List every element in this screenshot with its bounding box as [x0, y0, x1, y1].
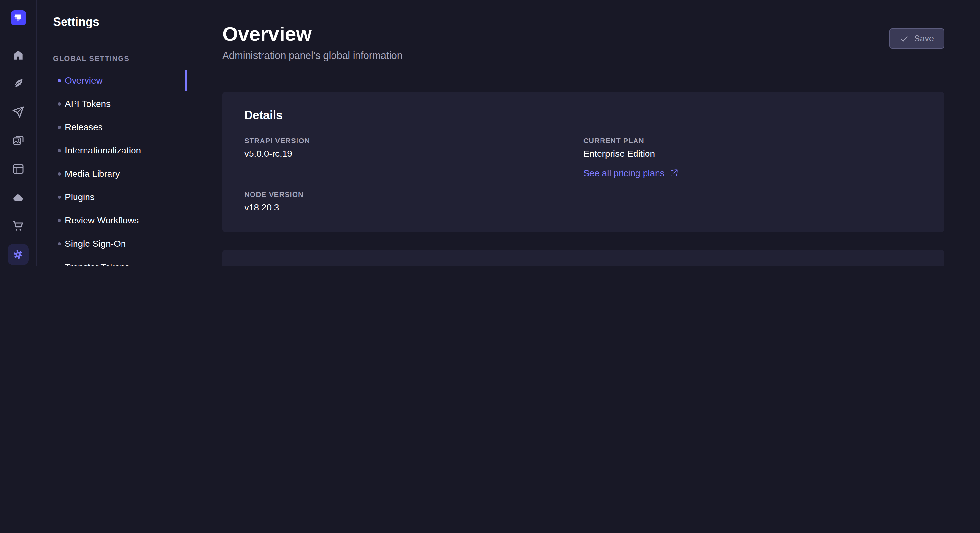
pricing-plans-link[interactable]: See all pricing plans: [583, 168, 679, 178]
external-link-icon: [670, 168, 679, 178]
sidebar-item-transfer-tokens[interactable]: Transfer Tokens: [53, 255, 187, 266]
sidebar-section-header: GLOBAL SETTINGS: [53, 54, 187, 62]
gear-icon: [12, 248, 25, 261]
feather-icon: [12, 77, 25, 90]
layout-nav-button[interactable]: [8, 159, 29, 179]
media-nav-button[interactable]: [8, 130, 29, 151]
field-label: NODE VERSION: [244, 190, 583, 198]
home-nav-button[interactable]: [8, 45, 29, 65]
strapi-logo-icon: [11, 10, 25, 25]
field-label: CURRENT PLAN: [583, 136, 922, 144]
settings-sidebar: Settings GLOBAL SETTINGS Overview API To…: [37, 0, 187, 266]
layout-icon: [12, 163, 25, 176]
rail-nav: [8, 45, 29, 265]
customization-title: Customization: [244, 265, 922, 266]
cloud-icon: [12, 191, 25, 204]
sidebar-item-review-workflows[interactable]: Review Workflows: [53, 209, 187, 232]
settings-nav-button[interactable]: [8, 244, 29, 265]
deploy-nav-button[interactable]: [8, 102, 29, 122]
field-value: v18.20.3: [244, 202, 583, 213]
field-value: v5.0.0-rc.19: [244, 148, 583, 159]
details-title: Details: [244, 109, 922, 122]
home-icon: [12, 49, 25, 62]
media-library-icon: [12, 134, 25, 147]
sidebar-item-media-library[interactable]: Media Library: [53, 162, 187, 185]
current-plan-field: CURRENT PLAN Enterprise Edition See all …: [583, 136, 922, 179]
sidebar-item-single-sign-on[interactable]: Single Sign-On: [53, 232, 187, 255]
nav-rail: KD: [0, 0, 37, 266]
check-icon: [900, 34, 909, 43]
sidebar-section-global: GLOBAL SETTINGS Overview API Tokens Rele…: [53, 54, 187, 266]
field-label: STRAPI VERSION: [244, 136, 583, 144]
details-card: Details STRAPI VERSION v5.0.0-rc.19 CURR…: [222, 92, 944, 232]
customization-card: Customization Max dimension: 750×750, Ma…: [222, 250, 944, 266]
paper-plane-icon: [12, 106, 25, 119]
strapi-logo[interactable]: [11, 10, 25, 25]
save-button[interactable]: Save: [889, 29, 944, 49]
main-content: Overview Administration panel’s global i…: [187, 0, 980, 266]
node-version-field: NODE VERSION v18.20.3: [244, 190, 583, 213]
sidebar-item-overview[interactable]: Overview: [53, 69, 187, 92]
sidebar-item-releases[interactable]: Releases: [53, 115, 187, 139]
field-value: Enterprise Edition: [583, 148, 922, 159]
sidebar-title-rule: [53, 40, 69, 40]
marketplace-nav-button[interactable]: [8, 216, 29, 236]
page-title: Overview: [222, 22, 402, 46]
page-header: Overview Administration panel’s global i…: [187, 0, 980, 62]
sidebar-item-internationalization[interactable]: Internationalization: [53, 139, 187, 162]
cloud-nav-button[interactable]: [8, 187, 29, 208]
cart-icon: [12, 219, 25, 233]
strapi-version-field: STRAPI VERSION v5.0.0-rc.19: [244, 136, 583, 179]
sidebar-title: Settings: [53, 16, 187, 29]
sidebar-item-plugins[interactable]: Plugins: [53, 185, 187, 209]
content-nav-button[interactable]: [8, 73, 29, 94]
strapi-admin-app: KD Settings GLOBAL SETTINGS Overview API…: [0, 0, 980, 266]
sidebar-item-api-tokens[interactable]: API Tokens: [53, 92, 187, 115]
page-subtitle: Administration panel’s global informatio…: [222, 50, 402, 62]
rail-divider: [0, 36, 36, 36]
